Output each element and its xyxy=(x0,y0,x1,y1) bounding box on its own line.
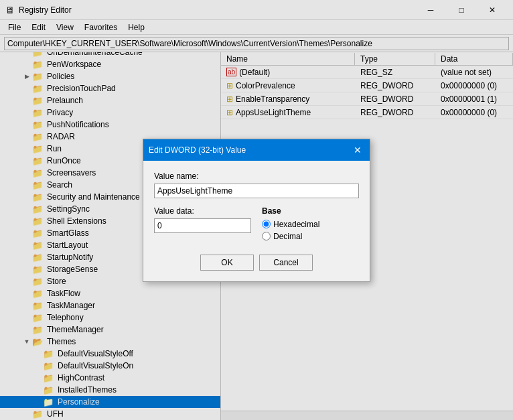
edit-dword-dialog: Edit DWORD (32-bit) Value ✕ Value name: … xyxy=(143,139,370,282)
dialog-title-bar: Edit DWORD (32-bit) Value ✕ xyxy=(143,139,370,161)
dialog-body: Value name: Value data: Base Hexadecimal… xyxy=(143,161,370,281)
decimal-radio[interactable] xyxy=(262,232,271,240)
value-data-input[interactable] xyxy=(154,218,251,233)
dialog-buttons: OK Cancel xyxy=(154,255,359,271)
hexadecimal-option[interactable]: Hexadecimal xyxy=(262,220,359,229)
dialog-title: Edit DWORD (32-bit) Value xyxy=(149,145,246,155)
cancel-button[interactable]: Cancel xyxy=(259,255,313,271)
decimal-option[interactable]: Decimal xyxy=(262,232,359,241)
dialog-overlay: Edit DWORD (32-bit) Value ✕ Value name: … xyxy=(0,0,513,420)
hexadecimal-radio[interactable] xyxy=(262,220,271,228)
ok-button[interactable]: OK xyxy=(200,255,254,271)
data-base-row: Value data: Base Hexadecimal Decimal xyxy=(154,206,359,244)
value-name-label: Value name: xyxy=(154,171,359,181)
base-label: Base xyxy=(262,206,359,216)
dialog-close-button[interactable]: ✕ xyxy=(351,143,364,157)
decimal-label: Decimal xyxy=(273,232,302,241)
base-section: Base Hexadecimal Decimal xyxy=(262,206,359,244)
hexadecimal-label: Hexadecimal xyxy=(273,220,319,229)
value-data-section: Value data: xyxy=(154,206,251,244)
value-name-input[interactable] xyxy=(154,184,359,198)
value-data-label: Value data: xyxy=(154,206,251,216)
